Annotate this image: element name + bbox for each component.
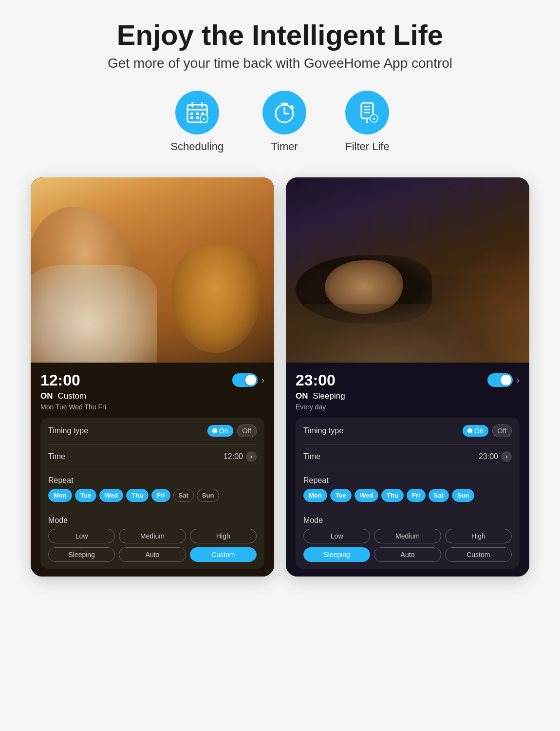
right-mode-low[interactable]: Low <box>303 529 370 543</box>
left-mode-high[interactable]: High <box>190 529 257 543</box>
left-on-status: ON <box>40 391 53 401</box>
left-divider-2 <box>48 469 257 469</box>
right-time-arrow: › <box>501 451 512 462</box>
left-timing-row: Timing type On Off <box>48 424 257 437</box>
right-divider-1 <box>303 444 512 444</box>
right-timing-label: Timing type <box>303 426 343 435</box>
svg-rect-8 <box>196 116 199 119</box>
right-mode-row: ON Sleeping <box>296 391 520 401</box>
timer-label: Timer <box>271 140 298 153</box>
left-day-sun[interactable]: Sun <box>197 489 220 502</box>
left-day-thu[interactable]: Thu <box>126 489 149 502</box>
right-scene <box>286 177 529 363</box>
svg-rect-4 <box>190 113 193 115</box>
left-card-bottom: 12:00 › ON Custom Mon Tue Wed Thu Fri Ti… <box>31 363 274 577</box>
right-timing-controls: On Off <box>463 424 512 437</box>
left-day-fri[interactable]: Fri <box>151 489 170 502</box>
right-modes-row1: Low Medium High <box>303 529 512 543</box>
left-time-value[interactable]: 12:00 › <box>224 451 257 462</box>
left-mode-auto[interactable]: Auto <box>119 547 186 562</box>
right-time-value[interactable]: 23:00 › <box>479 451 512 462</box>
left-mode-section: Mode Low Medium High Sleeping Auto Custo… <box>48 516 257 562</box>
left-timing-controls: On Off <box>207 424 257 437</box>
right-modes-row2: Sleeping Auto Custom <box>303 547 512 562</box>
right-day-sun[interactable]: Sun <box>452 489 475 502</box>
right-day-mon[interactable]: Mon <box>303 489 327 502</box>
right-mode-auto[interactable]: Auto <box>374 547 441 562</box>
right-repeat-label: Repeat <box>303 476 512 485</box>
left-timing-label: Timing type <box>48 426 88 435</box>
page-subtitle: Get more of your time back with GoveeHom… <box>108 56 452 71</box>
right-mode-custom[interactable]: Custom <box>445 547 512 562</box>
left-divider-3 <box>48 509 257 509</box>
left-day-wed[interactable]: Wed <box>99 489 123 502</box>
right-mode-label: Mode <box>303 516 512 525</box>
right-day-thu[interactable]: Thu <box>381 489 404 502</box>
right-mode-medium[interactable]: Medium <box>374 529 441 543</box>
right-time-val: 23:00 <box>479 452 498 461</box>
right-on-dot <box>467 428 472 433</box>
right-toggle-knob <box>501 375 511 385</box>
left-mode-name: Custom <box>58 391 87 401</box>
right-mode-high[interactable]: High <box>445 529 512 543</box>
left-off-btn[interactable]: Off <box>237 424 257 437</box>
left-time-row: Time 12:00 › <box>48 451 257 462</box>
left-days-text: Mon Tue Wed Thu Fri <box>40 403 264 411</box>
left-toggle[interactable] <box>232 373 258 387</box>
left-mode-medium[interactable]: Medium <box>119 529 186 543</box>
right-card-bottom: 23:00 › ON Sleeping Every day Timing typ… <box>286 363 529 577</box>
svg-text:●: ● <box>373 116 375 121</box>
left-mode-row: ON Custom <box>40 391 264 401</box>
right-day-wed[interactable]: Wed <box>355 489 378 502</box>
right-off-btn[interactable]: Off <box>492 424 512 437</box>
feature-filter-life: ● Filter Life <box>345 91 389 153</box>
right-day-tue[interactable]: Tue <box>330 489 352 502</box>
left-time-arrow: › <box>246 451 257 462</box>
left-on-dot <box>212 428 217 433</box>
filter-life-label: Filter Life <box>345 140 389 153</box>
right-mode-name: Sleeping <box>313 391 345 401</box>
left-app-card: 12:00 › ON Custom Mon Tue Wed Thu Fri Ti… <box>31 177 274 577</box>
left-schedule-header: 12:00 › <box>40 371 264 389</box>
svg-text:●: ● <box>203 116 205 121</box>
filter-icon: ● <box>355 101 379 124</box>
right-chevron[interactable]: › <box>517 375 520 385</box>
right-repeat-section: Repeat Mon Tue Wed Thu Fri Sat Sun <box>303 476 512 502</box>
right-on-status: ON <box>296 391 308 401</box>
right-timing-row: Timing type On Off <box>303 424 512 437</box>
right-mode-sleeping[interactable]: Sleeping <box>303 547 370 562</box>
left-modes-row2: Sleeping Auto Custom <box>48 547 257 562</box>
left-day-tue[interactable]: Tue <box>75 489 96 502</box>
svg-point-14 <box>291 106 294 109</box>
scheduling-icon-circle: ● <box>175 91 219 135</box>
right-on-btn[interactable]: On <box>463 425 488 437</box>
left-time-val: 12:00 <box>224 452 243 461</box>
left-off-text: Off <box>243 427 251 435</box>
left-chevron[interactable]: › <box>261 375 264 385</box>
right-mode-section: Mode Low Medium High Sleeping Auto Custo… <box>303 516 512 562</box>
left-mode-custom[interactable]: Custom <box>190 547 257 562</box>
right-day-fri[interactable]: Fri <box>407 489 426 502</box>
svg-rect-7 <box>190 116 193 119</box>
page-title: Enjoy the Intelligent Life <box>117 19 443 51</box>
right-time-label: Time <box>303 452 320 461</box>
cards-row: 12:00 › ON Custom Mon Tue Wed Thu Fri Ti… <box>12 177 548 577</box>
right-divider-3 <box>303 509 512 509</box>
feature-scheduling: ● Scheduling <box>170 91 224 153</box>
left-day-sat[interactable]: Sat <box>173 489 194 502</box>
left-divider-1 <box>48 444 257 444</box>
scheduling-label: Scheduling <box>170 140 224 153</box>
left-mode-sleeping[interactable]: Sleeping <box>48 547 115 562</box>
feature-timer: Timer <box>262 91 306 153</box>
left-repeat-section: Repeat Mon Tue Wed Thu Fri Sat Sun <box>48 476 257 502</box>
left-mode-low[interactable]: Low <box>48 529 115 543</box>
right-schedule-header: 23:00 › <box>296 371 520 389</box>
left-on-btn[interactable]: On <box>207 425 233 437</box>
svg-rect-5 <box>196 113 199 115</box>
right-on-text: On <box>474 427 484 435</box>
left-day-mon[interactable]: Mon <box>48 489 72 502</box>
right-day-sat[interactable]: Sat <box>429 489 449 502</box>
right-time-display: 23:00 <box>296 371 336 389</box>
right-toggle[interactable] <box>487 373 513 387</box>
left-repeat-label: Repeat <box>48 476 257 485</box>
